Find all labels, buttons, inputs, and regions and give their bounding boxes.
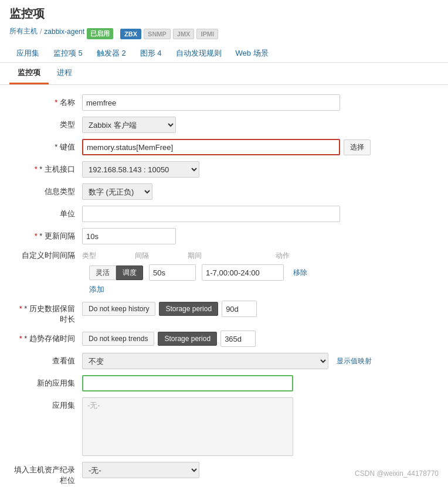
custom-time-section: 自定义时间间隔 类型 间隔 期间 动作 灵活 调度 移除 添加 bbox=[12, 250, 436, 295]
page-title: 监控项 bbox=[9, 6, 439, 22]
history-row: * 历史数据保留时长 Do not keep history Storage p… bbox=[12, 301, 436, 325]
col-interval-header: 间隔 bbox=[135, 251, 182, 261]
tab-triggers[interactable]: 触发器 2 bbox=[90, 45, 133, 62]
trend-value-input[interactable] bbox=[220, 331, 256, 347]
key-row: * 键值 选择 bbox=[12, 139, 436, 155]
new-appset-row: 新的应用集 bbox=[12, 375, 436, 391]
nav-tabs-top: 应用集 监控项 5 触发器 2 图形 4 自动发现规则 Web 场景 bbox=[9, 45, 439, 62]
name-input[interactable] bbox=[82, 94, 340, 111]
remove-link[interactable]: 移除 bbox=[293, 268, 307, 278]
update-row: * 更新间隔 bbox=[12, 228, 436, 244]
name-label: 名称 bbox=[12, 94, 82, 108]
checkval-select[interactable]: 不变 bbox=[82, 353, 328, 369]
breadcrumb-host[interactable]: 所有主机 bbox=[9, 26, 38, 36]
appset-label: 应用集 bbox=[12, 397, 82, 411]
tab-appset[interactable]: 应用集 bbox=[9, 45, 46, 62]
badge-zbx[interactable]: ZBX bbox=[120, 29, 141, 39]
no-trend-btn[interactable]: Do not keep trends bbox=[82, 332, 154, 346]
toggle-schedule[interactable]: 调度 bbox=[116, 265, 143, 280]
type-row: 类型 Zabbix 客户端 bbox=[12, 117, 436, 133]
storage-period-btn-history[interactable]: Storage period bbox=[159, 302, 218, 316]
update-label: * 更新间隔 bbox=[12, 228, 82, 241]
name-row: 名称 bbox=[12, 94, 436, 111]
tab-web[interactable]: Web 场景 bbox=[229, 45, 276, 62]
toggle-btn-group: 灵活 调度 bbox=[89, 265, 143, 280]
tab-graphs[interactable]: 图形 4 bbox=[133, 45, 169, 62]
add-custom-time-link[interactable]: 添加 bbox=[89, 284, 436, 295]
type-select[interactable]: Zabbix 客户端 bbox=[82, 117, 176, 133]
unit-row: 单位 bbox=[12, 206, 436, 222]
status-enabled-badge: 已启用 bbox=[87, 28, 113, 39]
host-port-row: * 主机接口 192.168.58.143 : 10050 bbox=[12, 161, 436, 178]
tab-process[interactable]: 进程 bbox=[49, 63, 80, 84]
storage-period-btn-trend[interactable]: Storage period bbox=[158, 332, 217, 346]
badge-ipmi[interactable]: IPMI bbox=[196, 29, 218, 39]
col-type-header: 类型 bbox=[82, 251, 129, 261]
unit-input[interactable] bbox=[82, 206, 340, 222]
breadcrumb-agent[interactable]: zabbix-agent bbox=[44, 28, 84, 36]
trend-row: * 趋势存储时间 Do not keep trends Storage peri… bbox=[12, 331, 436, 347]
key-input[interactable] bbox=[82, 139, 340, 155]
checkval-label: 查看值 bbox=[12, 353, 82, 366]
host-port-select[interactable]: 192.168.58.143 : 10050 bbox=[82, 161, 199, 178]
key-select-btn[interactable]: 选择 bbox=[344, 139, 371, 155]
no-history-btn[interactable]: Do not keep history bbox=[82, 302, 155, 316]
custom-time-label: 自定义时间间隔 bbox=[12, 250, 82, 261]
tab-monitors[interactable]: 监控项 5 bbox=[46, 45, 90, 62]
custom-time-row-0: 灵活 调度 移除 bbox=[89, 264, 436, 281]
history-label: * 历史数据保留时长 bbox=[12, 301, 82, 325]
col-period-header: 期间 bbox=[188, 251, 270, 261]
badge-jmx[interactable]: JMX bbox=[173, 29, 195, 39]
form-section: 名称 类型 Zabbix 客户端 * 键值 选择 * 主机接口 192.168.… bbox=[0, 85, 448, 487]
show-value-mapping-link[interactable]: 显示值映射 bbox=[337, 356, 372, 366]
appset-list[interactable]: -无- bbox=[82, 397, 293, 456]
appset-item-none[interactable]: -无- bbox=[83, 398, 293, 413]
breadcrumb: 所有主机 / zabbix-agent bbox=[9, 26, 84, 36]
info-type-select[interactable]: 数字 (无正负) bbox=[82, 183, 152, 200]
period-input[interactable] bbox=[202, 264, 284, 281]
appset-row: 应用集 -无- bbox=[12, 397, 436, 456]
watermark: CSDN @weixin_44178770 bbox=[355, 469, 439, 478]
history-value-input[interactable] bbox=[222, 301, 257, 317]
new-appset-input[interactable] bbox=[82, 375, 293, 391]
toggle-flexible[interactable]: 灵活 bbox=[89, 265, 116, 280]
key-label: * 键值 bbox=[12, 139, 82, 152]
badge-snmp[interactable]: SNMP bbox=[144, 29, 171, 39]
tab-monitors-secondary[interactable]: 监控项 bbox=[9, 63, 49, 84]
interval-input[interactable] bbox=[149, 264, 196, 281]
unit-label: 单位 bbox=[12, 206, 82, 219]
populator-select[interactable]: -无- bbox=[82, 462, 199, 478]
breadcrumb-sep1: / bbox=[40, 28, 42, 36]
tab-discovery[interactable]: 自动发现规则 bbox=[169, 45, 229, 62]
info-type-label: 信息类型 bbox=[12, 183, 82, 197]
update-input[interactable] bbox=[82, 228, 176, 244]
populator-label: 填入主机资产纪录栏位 bbox=[12, 462, 82, 486]
type-label: 类型 bbox=[12, 117, 82, 130]
new-appset-label: 新的应用集 bbox=[12, 375, 82, 389]
custom-time-cols: 类型 间隔 期间 动作 bbox=[82, 251, 299, 261]
info-type-row: 信息类型 数字 (无正负) bbox=[12, 183, 436, 200]
secondary-tabs-section: 监控项 进程 bbox=[0, 63, 448, 85]
host-port-label: * 主机接口 bbox=[12, 161, 82, 175]
trend-label: * 趋势存储时间 bbox=[12, 331, 82, 344]
col-action-header: 动作 bbox=[276, 251, 299, 261]
checkval-row: 查看值 不变 显示值映射 bbox=[12, 353, 436, 369]
